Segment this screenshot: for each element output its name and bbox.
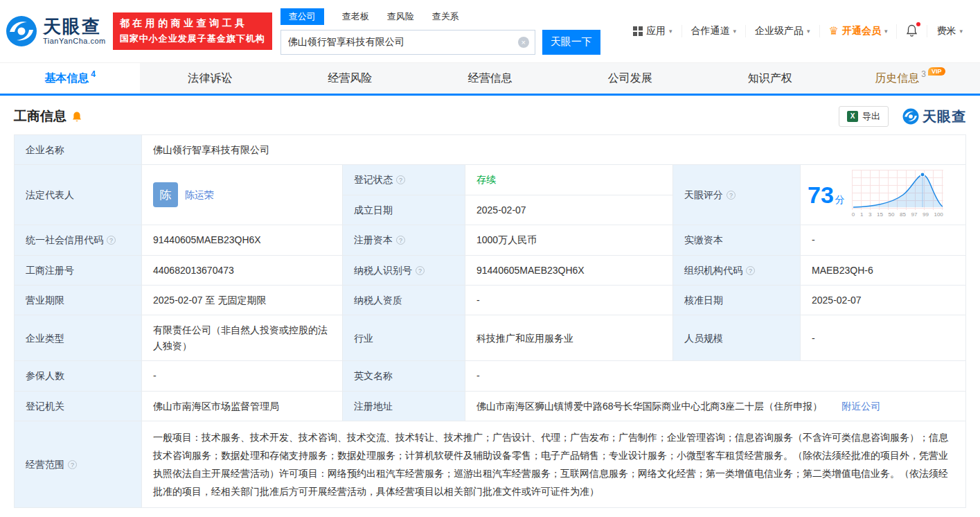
section-tabs: 基本信息 4 法律诉讼 经营风险 经营信息 公司发展 知识产权 历史信息 3 V… [0, 62, 980, 96]
menu-apps[interactable]: 应用 ▾ [624, 25, 681, 37]
reg-status-value: 存续 [465, 165, 673, 195]
reg-capital-value: 1000万人民币 [465, 225, 673, 255]
address-value: 佛山市南海区狮山镇博爱中路68号长华国际商业中心北商3座二十层（住所申报） 附近… [465, 391, 966, 421]
approval-date-value: 2025-02-07 [801, 285, 966, 315]
industry-label: 行业 [343, 315, 465, 361]
menu-user[interactable]: 费米 ▾ [927, 25, 972, 37]
help-icon[interactable]: ? [396, 236, 405, 245]
search-tab-risk[interactable]: 查风险 [387, 8, 414, 25]
search-button[interactable]: 天眼一下 [542, 30, 600, 55]
paid-capital-value: - [801, 225, 966, 255]
legal-rep-link[interactable]: 陈运荣 [185, 187, 214, 202]
approval-date-label: 核准日期 [673, 285, 801, 315]
tab-intellectual-property[interactable]: 知识产权 [700, 63, 840, 94]
menu-partner[interactable]: 合作通道 ▾ [681, 25, 746, 37]
org-code-value: MAEB23QH-6 [801, 255, 966, 285]
tab-operating-info[interactable]: 经营信息 [420, 63, 560, 94]
taxpayer-id-label: 纳税人识别号? [343, 255, 465, 285]
company-name-value: 佛山领行智享科技有限公司 [142, 135, 966, 165]
vip-badge: VIP [928, 67, 945, 76]
registry-value: 佛山市南海区市场监督管理局 [142, 391, 343, 421]
business-term-value: 2025-02-07 至 无固定期限 [142, 285, 343, 315]
help-icon[interactable]: ? [727, 191, 736, 200]
tab-history-info[interactable]: 历史信息 3 VIP [840, 63, 980, 94]
business-info-table: 企业名称 佛山领行智享科技有限公司 法定代表人 陈 陈运荣 登记状态? 存续 天… [14, 134, 966, 508]
help-icon[interactable]: ? [396, 175, 405, 184]
company-type-value: 有限责任公司（非自然人投资或控股的法人独资） [142, 315, 343, 361]
company-name-label: 企业名称 [15, 135, 142, 165]
row-insured-count: 参保人数 - 英文名称 - [15, 361, 966, 391]
score-distribution-chart: 0131550859799100 [852, 170, 943, 220]
search-tab-boss[interactable]: 查老板 [342, 8, 369, 25]
reg-number-value: 440682013670473 [142, 255, 343, 285]
help-icon[interactable]: ? [68, 460, 77, 469]
help-icon[interactable]: ? [107, 236, 116, 245]
excel-icon: X [847, 111, 858, 122]
reg-status-label: 登记状态? [343, 165, 465, 195]
caret-down-icon: ▾ [733, 28, 737, 35]
caret-down-icon: ▾ [669, 28, 672, 35]
crown-icon: ♛ [829, 26, 839, 37]
tab-company-development[interactable]: 公司发展 [560, 63, 700, 94]
establish-date-value: 2025-02-07 [465, 195, 673, 225]
search-tabs: 查公司 查老板 查风险 查关系 [280, 8, 600, 25]
tianyancha-watermark-logo[interactable]: 天眼查 [902, 107, 966, 126]
insured-count-label: 参保人数 [15, 361, 142, 391]
score-value-cell: 73分 0131550859799100 [801, 165, 966, 225]
credit-code-value: 91440605MAEB23QH6X [142, 225, 343, 255]
tianyancha-logo[interactable]: 天眼查 TianYanCha.com [6, 15, 106, 47]
staff-size-label: 人员规模 [673, 315, 801, 361]
legal-rep-label: 法定代表人 [15, 165, 142, 225]
row-company-name: 企业名称 佛山领行智享科技有限公司 [15, 135, 966, 165]
tab-basic-info[interactable]: 基本信息 4 [0, 63, 140, 94]
tab-count: 3 [921, 69, 926, 79]
alert-bell-icon[interactable] [71, 111, 82, 123]
row-credit-code: 统一社会信用代码? 91440605MAEB23QH6X 注册资本? 1000万… [15, 225, 966, 255]
credit-code-label: 统一社会信用代码? [15, 225, 142, 255]
chart-axis-ticks: 0131550859799100 [852, 211, 943, 220]
paid-capital-label: 实缴资本 [673, 225, 801, 255]
insured-count-value: - [142, 361, 343, 391]
caret-down-icon: ▾ [959, 28, 963, 35]
row-company-type: 企业类型 有限责任公司（非自然人投资或控股的法人独资） 行业 科技推广和应用服务… [15, 315, 966, 361]
taxpayer-quality-value: - [465, 285, 673, 315]
english-name-label: 英文名称 [343, 361, 465, 391]
staff-size-value: - [801, 315, 966, 361]
topbar: 天眼查 TianYanCha.com 都在用的商业查询工具 国家中小企业发展子基… [0, 0, 980, 62]
export-button[interactable]: X 导出 [839, 106, 889, 127]
row-business-scope: 经营范围? 一般项目：技术服务、技术开发、技术咨询、技术交流、技术转让、技术推广… [15, 421, 966, 507]
address-label: 注册地址 [343, 391, 465, 421]
menu-enterprise[interactable]: 企业级产品 ▾ [745, 25, 819, 37]
tab-legal-proceedings[interactable]: 法律诉讼 [140, 63, 280, 94]
caret-down-icon: ▾ [807, 28, 810, 35]
menu-notifications[interactable] [896, 24, 927, 39]
menu-vip[interactable]: ♛ 开通会员 ▾ [819, 25, 897, 37]
section-title: 工商信息 [14, 107, 66, 125]
business-scope-value: 一般项目：技术服务、技术开发、技术咨询、技术交流、技术转让、技术推广；广告设计、… [142, 421, 966, 507]
taxpayer-quality-label: 纳税人资质 [343, 285, 465, 315]
clear-icon[interactable]: × [518, 37, 529, 48]
search-area: 查公司 查老板 查风险 查关系 × 天眼一下 [280, 8, 600, 55]
business-scope-label: 经营范围? [15, 421, 142, 507]
top-menu: 应用 ▾ 合作通道 ▾ 企业级产品 ▾ ♛ 开通会员 ▾ 费米 [624, 24, 972, 39]
search-tab-company[interactable]: 查公司 [280, 8, 324, 25]
legal-rep-avatar[interactable]: 陈 [153, 182, 178, 207]
row-registry: 登记机关 佛山市南海区市场监督管理局 注册地址 佛山市南海区狮山镇博爱中路68号… [15, 391, 966, 421]
row-reg-number: 工商注册号 440682013670473 纳税人识别号? 91440605MA… [15, 255, 966, 285]
reg-number-label: 工商注册号 [15, 255, 142, 285]
company-type-label: 企业类型 [15, 315, 142, 361]
apps-grid-icon [633, 26, 643, 36]
status-badge: 存续 [476, 174, 496, 185]
tab-operating-risk[interactable]: 经营风险 [280, 63, 420, 94]
industry-value: 科技推广和应用服务业 [465, 315, 673, 361]
nearby-companies-link[interactable]: 附近公司 [841, 398, 880, 414]
row-business-term: 营业期限 2025-02-07 至 无固定期限 纳税人资质 - 核准日期 202… [15, 285, 966, 315]
help-icon[interactable]: ? [746, 266, 755, 275]
search-input[interactable] [280, 30, 535, 55]
row-legal-rep: 法定代表人 陈 陈运荣 登记状态? 存续 天眼评分? 73分 [15, 165, 966, 195]
search-tab-relation[interactable]: 查关系 [432, 8, 459, 25]
section-head: 工商信息 X 导出 天眼查 [14, 106, 966, 127]
help-icon[interactable]: ? [416, 266, 425, 275]
establish-date-label: 成立日期 [343, 195, 465, 225]
registry-label: 登记机关 [15, 391, 142, 421]
